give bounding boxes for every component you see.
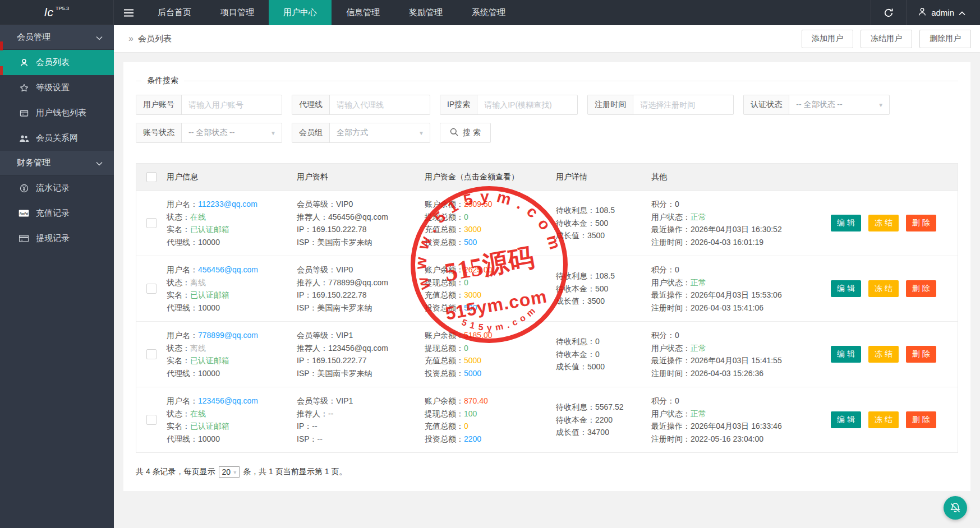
field-label: 会员等级： <box>297 396 336 405</box>
field-value[interactable]: 500 <box>464 303 477 312</box>
field-label: 实名： <box>167 422 190 430</box>
delete-button[interactable]: 删 除 <box>906 280 936 297</box>
field-value[interactable]: 3000 <box>464 225 481 234</box>
filter-input[interactable] <box>477 100 577 109</box>
field-value[interactable]: 0 <box>464 344 468 353</box>
delete-button[interactable]: 删 除 <box>906 215 936 231</box>
delete-button[interactable]: 删 除 <box>906 411 936 428</box>
field-label: IP： <box>297 225 312 234</box>
sidebar-item-用户钱包列表[interactable]: 用户钱包列表 <box>0 100 114 126</box>
double-angle-icon: » <box>128 34 134 44</box>
field-value: 2026-04-03 15:26:36 <box>691 369 763 378</box>
bell-muted-button[interactable] <box>944 496 967 520</box>
sidebar-item-label: 等级设置 <box>36 82 70 93</box>
field-label: 用户状态： <box>651 344 691 353</box>
sidebar-item-会员列表[interactable]: 会员列表 <box>0 50 114 75</box>
topnav-item-信息管理[interactable]: 信息管理 <box>332 0 394 25</box>
field-value: 34700 <box>587 428 609 437</box>
edit-button[interactable]: 编 辑 <box>831 280 861 297</box>
field-value[interactable]: 3000 <box>464 290 481 299</box>
toolbar-button-删除用户[interactable]: 删除用户 <box>919 30 971 48</box>
per-page-select[interactable]: 20 ▾ <box>219 466 240 478</box>
topnav-item-label: 信息管理 <box>346 7 380 18</box>
sidebar-group-header[interactable]: 会员管理 <box>0 25 114 50</box>
field-value[interactable]: 456456@qq.com <box>198 265 258 274</box>
edit-button[interactable]: 编 辑 <box>831 411 861 428</box>
topnav-item-项目管理[interactable]: 项目管理 <box>206 0 269 25</box>
cell-other: 积分：0用户状态：正常最近操作：2026年04月03日 15:41:55注册时间… <box>651 329 826 379</box>
field-label: 成长值： <box>556 231 587 240</box>
field-value[interactable]: 2625.00 <box>464 265 493 274</box>
field-label: 用户状态： <box>651 212 691 221</box>
toolbar-button-冻结用户[interactable]: 冻结用户 <box>861 30 912 48</box>
edit-button[interactable]: 编 辑 <box>831 215 861 231</box>
sidebar-item-等级设置[interactable]: 等级设置 <box>0 75 114 100</box>
freeze-button[interactable]: 冻 结 <box>868 411 899 428</box>
field-label: 待收利息： <box>556 337 595 346</box>
field-value[interactable]: 500 <box>464 238 477 247</box>
sidebar-item-流水记录[interactable]: 流水记录 <box>0 175 114 201</box>
row-checkbox[interactable] <box>146 349 157 359</box>
field-value[interactable]: 778899@qq.com <box>198 331 258 340</box>
field-value: 正常 <box>691 212 706 221</box>
refresh-icon[interactable] <box>871 0 907 25</box>
field-value: 123456@qq.com <box>328 344 388 353</box>
field-value[interactable]: 0 <box>464 278 468 287</box>
field-value: 169.150.222.77 <box>312 356 366 365</box>
edit-button[interactable]: 编 辑 <box>831 346 861 363</box>
field-value[interactable]: 5000 <box>464 356 481 365</box>
filter-label: 账号状态 <box>136 123 182 142</box>
toolbar-button-添加用户[interactable]: 添加用户 <box>802 30 853 48</box>
field-value[interactable]: 2509.50 <box>464 200 493 209</box>
freeze-button[interactable]: 冻 结 <box>868 346 899 363</box>
filter-input[interactable] <box>182 100 282 109</box>
account-menu[interactable]: admin <box>907 0 980 25</box>
field-value[interactable]: 2200 <box>464 434 481 443</box>
topnav-item-后台首页[interactable]: 后台首页 <box>143 0 206 25</box>
search-button[interactable]: 搜 索 <box>440 123 491 143</box>
sidebar-group-header[interactable]: 财务管理 <box>0 151 114 175</box>
filter-input[interactable] <box>633 100 733 109</box>
row-checkbox[interactable] <box>146 415 157 425</box>
filter-input[interactable] <box>330 100 430 109</box>
field-value[interactable]: 0 <box>464 212 468 221</box>
sidebar-item-提现记录[interactable]: 提现记录 <box>0 226 114 251</box>
topnav-item-奖励管理[interactable]: 奖励管理 <box>394 0 457 25</box>
field-value: 10000 <box>198 303 220 312</box>
freeze-button[interactable]: 冻 结 <box>868 280 899 297</box>
select-all-checkbox[interactable] <box>146 172 157 182</box>
topnav-item-系统管理[interactable]: 系统管理 <box>457 0 520 25</box>
field-value[interactable]: 123456@qq.com <box>198 396 258 405</box>
field-label: 代理线： <box>167 238 198 247</box>
field-label: 充值总额： <box>425 225 464 234</box>
sidebar-item-会员关系网[interactable]: 会员关系网 <box>0 126 114 151</box>
field-value[interactable]: 100 <box>464 409 477 418</box>
sidebar-item-充值记录[interactable]: PayPal 充值记录 <box>0 201 114 226</box>
stamp-fragment <box>0 41 3 50</box>
hamburger-icon[interactable] <box>114 0 143 25</box>
cell-details: 待收利息：5567.52待收本金：2200成长值：34700 <box>556 401 651 439</box>
field-value[interactable]: 870.40 <box>464 396 488 405</box>
row-checkbox[interactable] <box>146 218 157 228</box>
field-value[interactable]: 5000 <box>464 369 481 378</box>
topnav-item-用户中心[interactable]: 用户中心 <box>269 0 332 25</box>
field-value: 0 <box>675 265 679 274</box>
cell-profile: 会员等级：VIP1推荐人：--IP：--ISP：-- <box>297 395 425 445</box>
field-label: 实名： <box>167 225 190 234</box>
field-value[interactable]: 112233@qq.com <box>198 200 257 209</box>
filter-select[interactable]: 账号状态 -- 全部状态 -- ▼ <box>136 123 282 143</box>
delete-button[interactable]: 删 除 <box>906 346 936 363</box>
star-icon <box>19 84 29 92</box>
field-value: 2200 <box>595 415 613 424</box>
card-icon <box>19 235 29 242</box>
field-value[interactable]: 5185.00 <box>464 331 493 340</box>
pagination-prefix: 共 4 条记录，每页显示 <box>136 467 215 477</box>
filter-select[interactable]: 认证状态 -- 全部状态 -- ▼ <box>743 95 890 115</box>
field-value[interactable]: 0 <box>464 422 468 430</box>
row-checkbox[interactable] <box>146 284 157 294</box>
field-label: 积分： <box>651 200 675 209</box>
breadcrumb-bar: » 会员列表 添加用户冻结用户删除用户 <box>114 25 980 53</box>
filter-select[interactable]: 会员组 全部方式 ▼ <box>292 123 430 143</box>
field-label: ISP： <box>297 369 318 378</box>
freeze-button[interactable]: 冻 结 <box>868 215 899 231</box>
